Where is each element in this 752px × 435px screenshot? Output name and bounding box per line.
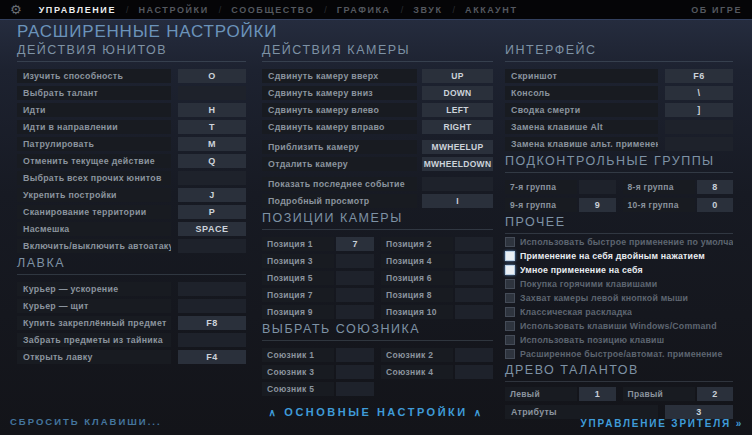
binding-key-button[interactable]: MWHEELDOWN [422,157,493,171]
binding-key-button[interactable]: H [178,103,246,117]
binding-key-button[interactable] [178,86,246,100]
about-game-link[interactable]: ОБ ИГРЕ [691,5,742,15]
binding-row: Отменить текущее действиеQ [17,154,246,168]
nav-tab-1[interactable]: УПРАВЛЕНИЕ [32,5,123,15]
checkbox-icon[interactable] [505,265,515,275]
binding-key-button[interactable]: 1 [579,387,616,401]
binding-key-button[interactable]: 0 [697,198,734,212]
nav-tab-4[interactable]: ГРАФИКА [330,5,398,15]
binding-label: Позиция 10 [381,305,453,319]
binding-key-button[interactable]: LEFT [422,103,493,117]
binding-key-button[interactable]: DOWN [422,86,493,100]
binding-key-button[interactable]: 9 [579,198,616,212]
checkbox-row[interactable]: Классическая раскладка [505,307,733,317]
checkbox-icon[interactable] [505,251,515,261]
binding-key-button[interactable]: UP [422,69,493,83]
binding-key-button[interactable] [455,365,493,379]
binding-key-button[interactable]: MWHEELUP [422,140,493,154]
binding-key-button[interactable]: RIGHT [422,120,493,134]
binding-key-button[interactable]: SPACE [178,222,246,236]
binding-key-button[interactable] [178,299,246,313]
settings-panel: РАСШИРЕННЫЕ НАСТРОЙКИ ДЕЙСТВИЯ ЮНИТОВ Из… [0,19,752,435]
binding-key-button[interactable] [178,239,246,253]
checkbox-label: Использовать быстрое применение по умолч… [520,237,733,247]
binding-key-button[interactable]: F4 [178,350,246,364]
binding-key-button[interactable]: M [178,137,246,151]
settings-gear-icon[interactable]: ⚙ [10,0,22,19]
binding-key-button[interactable] [336,348,374,362]
checkbox-row[interactable]: Использовать позицию клавиш [505,335,733,345]
checkbox-icon[interactable] [505,279,515,289]
binding-key-button[interactable] [455,305,493,319]
binding-key-button[interactable]: 2 [697,387,734,401]
binding-cell: Позиция 10 [381,305,493,319]
tab-separator: / [321,5,330,15]
binding-key-button[interactable]: I [422,194,493,208]
checkbox-row[interactable]: Захват камеры левой кнопкой мыши [505,293,733,303]
binding-key-button[interactable] [455,254,493,268]
checkbox-icon[interactable] [505,321,515,331]
checkbox-icon[interactable] [505,335,515,345]
binding-key-button[interactable] [336,382,374,396]
checkbox-label: Применение на себя двойным нажатием [520,251,705,261]
checkbox-row[interactable]: Применение на себя двойным нажатием [505,251,733,261]
checkbox-icon[interactable] [505,307,515,317]
binding-label: Позиция 7 [262,288,334,302]
binding-label: Выбрать талант [17,86,171,100]
nav-tab-3[interactable]: СООБЩЕСТВО [224,5,321,15]
checkbox-icon[interactable] [505,293,515,303]
binding-key-button[interactable]: ] [665,103,733,117]
checkbox-row[interactable]: Умное применение на себя [505,265,733,275]
checkbox-row[interactable]: Покупка горячими клавишами [505,279,733,289]
binding-key-button[interactable] [178,333,246,347]
binding-key-button[interactable] [665,137,733,151]
binding-key-button[interactable]: F6 [665,69,733,83]
nav-tab-2[interactable]: НАСТРОЙКИ [132,5,216,15]
binding-key-button[interactable] [455,348,493,362]
checkbox-row[interactable]: Использовать клавиши Windows/Command [505,321,733,331]
binding-key-button[interactable]: O [178,69,246,83]
checkbox-row[interactable]: Расширенное быстрое/автомат. применение [505,349,733,359]
checkbox-label: Покупка горячими клавишами [520,279,657,289]
binding-key-button[interactable]: J [178,188,246,202]
binding-key-button[interactable] [455,288,493,302]
unit-actions-rows: Изучить способностьOВыбрать талантИдтиHИ… [17,69,246,253]
page-title: РАСШИРЕННЫЕ НАСТРОЙКИ [17,22,277,42]
binding-label: Приблизить камеру [262,140,417,154]
nav-tab-5[interactable]: ЗВУК [406,5,449,15]
section-header-camera-actions: ДЕЙСТВИЯ КАМЕРЫ [262,43,493,62]
binding-key-button[interactable]: 7 [336,237,374,251]
binding-label: Союзник 2 [381,348,453,362]
nav-tab-6[interactable]: АККАУНТ [458,5,524,15]
binding-label: Сдвинуть камеру вниз [262,86,417,100]
binding-key-button[interactable] [455,271,493,285]
spectator-controls-link[interactable]: УПРАВЛЕНИЕ ЗРИТЕЛЯ » [581,418,743,429]
binding-key-button[interactable] [336,271,374,285]
binding-key-button[interactable]: P [178,205,246,219]
checkbox-icon[interactable] [505,237,515,247]
binding-key-button[interactable] [422,177,493,191]
binding-key-button[interactable] [336,288,374,302]
binding-label: Курьер — щит [17,299,171,313]
binding-key-button[interactable] [665,120,733,134]
binding-row: ИдтиH [17,103,246,117]
binding-key-button[interactable]: F8 [178,316,246,330]
binding-key-button[interactable] [455,237,493,251]
binding-key-button[interactable]: Q [178,154,246,168]
main-settings-link[interactable]: ∧ОСНОВНЫЕ НАСТРОЙКИ∧ [0,406,752,418]
binding-label: Позиция 8 [381,288,453,302]
binding-label: Отменить текущее действие [17,154,171,168]
binding-key-button[interactable] [178,171,246,185]
binding-key-button[interactable] [336,365,374,379]
binding-key-button[interactable]: T [178,120,246,134]
checkbox-row[interactable]: Использовать быстрое применение по умолч… [505,237,733,247]
binding-key-button[interactable]: \ [665,86,733,100]
checkbox-icon[interactable] [505,349,515,359]
binding-key-button[interactable] [336,305,374,319]
binding-cell: Позиция 5 [262,271,374,285]
binding-key-button[interactable] [178,282,246,296]
binding-key-button[interactable]: 8 [697,180,734,194]
binding-cell: Союзник 5 [262,382,374,396]
binding-key-button[interactable] [579,180,616,194]
binding-key-button[interactable] [336,254,374,268]
